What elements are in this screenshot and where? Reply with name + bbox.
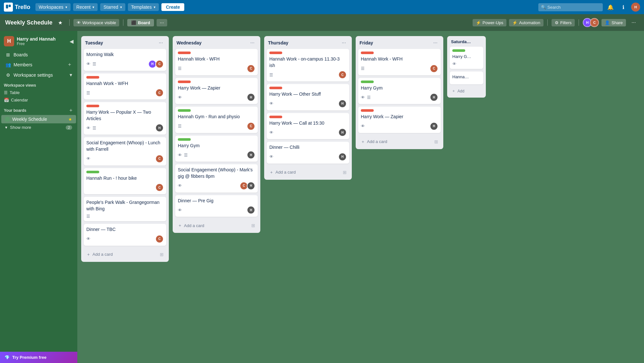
add-card-button-saturday[interactable]: ＋ Add (450, 87, 483, 95)
column-header-tuesday: Tuesday ··· (81, 36, 169, 49)
list-icon[interactable]: ☰ (86, 91, 90, 95)
card-w5[interactable]: Social Engagement (Whoop) - Mark's gig @… (175, 164, 258, 192)
eye-icon[interactable]: 👁 (86, 62, 91, 66)
card-th2[interactable]: Harry Work — Other Stuff 👁 H (267, 84, 349, 110)
filters-button[interactable]: ⚙ Filters (552, 19, 575, 26)
board-view-button[interactable]: ⬛ Board (127, 19, 154, 26)
card-th4[interactable]: Dinner — Chilli 👁 H (267, 142, 349, 164)
card-avatars: H (338, 153, 347, 161)
list-icon[interactable]: ☰ (361, 66, 365, 71)
card-title: Harry Gym (178, 143, 255, 149)
card-w6[interactable]: Dinner — Pre Gig 👁 H (175, 195, 258, 217)
card-t2[interactable]: Hannah Work - WFH ☰ C (84, 73, 166, 100)
card-w3[interactable]: Hannah Gym - Run and physio ☰ C (175, 107, 258, 133)
sidebar-item-table[interactable]: ☰ Table (0, 89, 77, 96)
card-w4[interactable]: Harry Gym 👁 ☰ H (175, 136, 258, 162)
card-t3[interactable]: Harry Work — Popular X — Two Articles 👁 … (84, 102, 166, 135)
sidebar-item-weekly-schedule[interactable]: Weekly Schedule ★ (1, 115, 76, 123)
chevron-down-icon: ▾ (92, 5, 94, 9)
card-s2[interactable]: Hanna… (450, 72, 483, 84)
add-card-button-friday[interactable]: ＋ Add a card ⊞ (358, 137, 441, 147)
card-f3[interactable]: Harry Work — Zapier 👁 H (358, 107, 441, 133)
list-icon[interactable]: ☰ (184, 153, 188, 158)
starred-menu-button[interactable]: Starred▾ (100, 3, 125, 11)
create-button[interactable]: Create (161, 3, 185, 11)
show-more-button[interactable]: ▾ Show more 2 (1, 123, 76, 131)
view-more-button[interactable]: ⋯ (157, 19, 167, 26)
add-board-icon[interactable]: ＋ (68, 107, 73, 114)
eye-icon[interactable]: 👁 (269, 101, 274, 106)
app-logo[interactable]: Trello (4, 3, 30, 12)
card-avatar: C (155, 235, 164, 243)
card-label-green (86, 171, 99, 173)
eye-icon[interactable]: 👁 (178, 208, 182, 213)
card-title: Hannah Work - WFH (86, 81, 164, 87)
sidebar-item-calendar[interactable]: 📅 Calendar (0, 96, 77, 104)
card-t5[interactable]: Hannah Run - ! hour bike C (84, 168, 166, 195)
recent-menu-button[interactable]: Recent▾ (73, 3, 98, 11)
calendar-icon: 📅 (4, 98, 9, 102)
eye-icon[interactable]: 👁 (178, 95, 182, 100)
star-board-button[interactable]: ★ (55, 17, 65, 28)
eye-icon[interactable]: 👁 (361, 95, 365, 100)
eye-icon[interactable]: 👁 (178, 183, 182, 188)
card-th1[interactable]: Hannah Work - on-campus 11.30-3 ish ☰ C (267, 49, 349, 81)
eye-icon[interactable]: 👁 (86, 236, 91, 241)
card-t6[interactable]: People's Park Walk - Grangegorman with B… (84, 197, 166, 221)
power-ups-icon: ⚡ (476, 20, 481, 25)
eye-icon[interactable]: 👁 (361, 124, 365, 129)
add-card-button-thursday[interactable]: ＋ Add a card ⊞ (267, 167, 349, 177)
eye-icon[interactable]: 👁 (269, 130, 274, 135)
info-button[interactable]: ℹ (618, 2, 629, 12)
user-avatar[interactable]: H (631, 3, 640, 12)
eye-icon[interactable]: 👁 (86, 156, 91, 161)
share-button[interactable]: 👤 Share (601, 19, 626, 26)
power-ups-button[interactable]: ⚡ Power-Ups (473, 19, 506, 26)
list-icon[interactable]: ☰ (269, 72, 273, 77)
column-menu-button-thursday[interactable]: ··· (340, 39, 348, 46)
automation-button[interactable]: ⚡ Automation (509, 19, 543, 26)
card-w2[interactable]: Harry Work — Zapier 👁 H (175, 78, 258, 104)
visibility-button[interactable]: 👁 Workspace visible (73, 19, 120, 26)
boards-label: Boards (14, 52, 72, 57)
search-input[interactable] (538, 3, 603, 11)
sidebar-item-boards[interactable]: ⊞ Boards (1, 50, 76, 59)
card-t7[interactable]: Dinner — TBC 👁 C (84, 224, 166, 246)
list-icon[interactable]: ☰ (86, 214, 90, 219)
eye-icon[interactable]: 👁 (269, 154, 274, 159)
more-options-button[interactable]: ··· (629, 17, 639, 28)
templates-menu-button[interactable]: Templates▾ (128, 3, 159, 11)
list-icon[interactable]: ☰ (92, 62, 96, 66)
list-icon[interactable]: ☰ (178, 66, 182, 71)
list-icon[interactable]: ☰ (367, 95, 371, 100)
card-avatar: C (430, 64, 438, 73)
member-avatar-hannah[interactable]: C (590, 18, 599, 27)
add-card-button-tuesday[interactable]: ＋ Add a card ⊞ (84, 250, 166, 259)
eye-icon[interactable]: 👁 (178, 153, 182, 158)
list-icon[interactable]: ☰ (178, 124, 182, 129)
card-s1[interactable]: Harry G… 👁 (450, 47, 483, 69)
card-t4[interactable]: Social Engagement (Whoop) - Lunch with F… (84, 137, 166, 165)
add-card-button-wednesday[interactable]: ＋ Add a card ⊞ (175, 221, 258, 230)
column-menu-button-wednesday[interactable]: ··· (248, 39, 256, 46)
add-member-icon[interactable]: ＋ (67, 61, 72, 68)
sidebar-item-members[interactable]: 👥 Members ＋ (1, 59, 76, 70)
card-th3[interactable]: Harry Work — Call at 15:30 👁 H (267, 113, 349, 139)
notifications-button[interactable]: 🔔 (605, 2, 616, 12)
column-menu-button-tuesday[interactable]: ··· (157, 39, 165, 46)
sidebar-collapse-button[interactable]: ◀ (70, 38, 73, 44)
column-menu-button-friday[interactable]: ··· (431, 39, 439, 46)
workspaces-menu-button[interactable]: Workspaces▾ (35, 3, 71, 11)
try-premium-banner[interactable]: 💎 Try Premium free (0, 352, 77, 363)
card-footer: 👁 ☰ H C (86, 60, 164, 68)
card-f1[interactable]: Hannah Work - WFH ☰ C (358, 49, 441, 75)
eye-icon[interactable]: 👁 (86, 126, 91, 130)
card-t1[interactable]: Morning Walk 👁 ☰ H C (84, 49, 166, 71)
card-icons: 👁 (178, 183, 182, 188)
eye-icon[interactable]: 👁 (452, 62, 457, 66)
card-f2[interactable]: Harry Gym 👁 ☰ H (358, 78, 441, 104)
card-w1[interactable]: Hannah Work - WFH ☰ C (175, 49, 258, 75)
list-icon[interactable]: ☰ (92, 126, 96, 130)
sidebar-item-settings[interactable]: ⚙ Workspace settings ▾ (1, 70, 76, 80)
card-icons: ☰ (86, 214, 90, 219)
